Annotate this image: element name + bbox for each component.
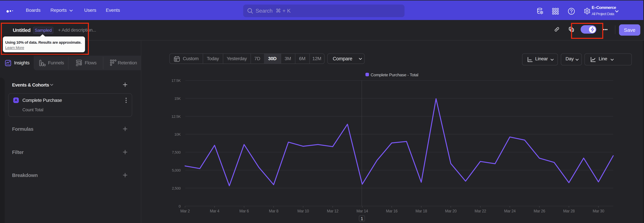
svg-text:Mar 30: Mar 30 bbox=[593, 209, 604, 213]
svg-text:Mar 10: Mar 10 bbox=[297, 209, 309, 213]
svg-text:0: 0 bbox=[178, 204, 180, 208]
svg-text:12.5K: 12.5K bbox=[172, 115, 181, 119]
svg-text:Mar 6: Mar 6 bbox=[239, 209, 249, 213]
svg-text:Mar 12: Mar 12 bbox=[327, 209, 338, 213]
svg-text:10K: 10K bbox=[174, 132, 181, 137]
svg-text:Mar 18: Mar 18 bbox=[416, 209, 427, 213]
svg-text:Mar 4: Mar 4 bbox=[210, 209, 219, 213]
svg-text:Mar 8: Mar 8 bbox=[269, 209, 278, 213]
svg-text:Mar 24: Mar 24 bbox=[504, 209, 516, 213]
svg-text:2,500: 2,500 bbox=[172, 186, 180, 190]
svg-text:Mar 20: Mar 20 bbox=[445, 209, 457, 213]
svg-text:7,500: 7,500 bbox=[172, 150, 180, 154]
svg-text:Mar 16: Mar 16 bbox=[386, 209, 398, 213]
svg-text:17.5K: 17.5K bbox=[172, 78, 181, 83]
svg-text:Mar 28: Mar 28 bbox=[563, 209, 575, 213]
svg-text:5,000: 5,000 bbox=[172, 168, 180, 172]
svg-text:Mar 2: Mar 2 bbox=[180, 209, 190, 213]
svg-text:15K: 15K bbox=[174, 96, 181, 101]
svg-text:Mar 14: Mar 14 bbox=[356, 209, 368, 213]
svg-text:Mar 22: Mar 22 bbox=[474, 209, 486, 213]
svg-text:Mar 26: Mar 26 bbox=[534, 209, 545, 213]
